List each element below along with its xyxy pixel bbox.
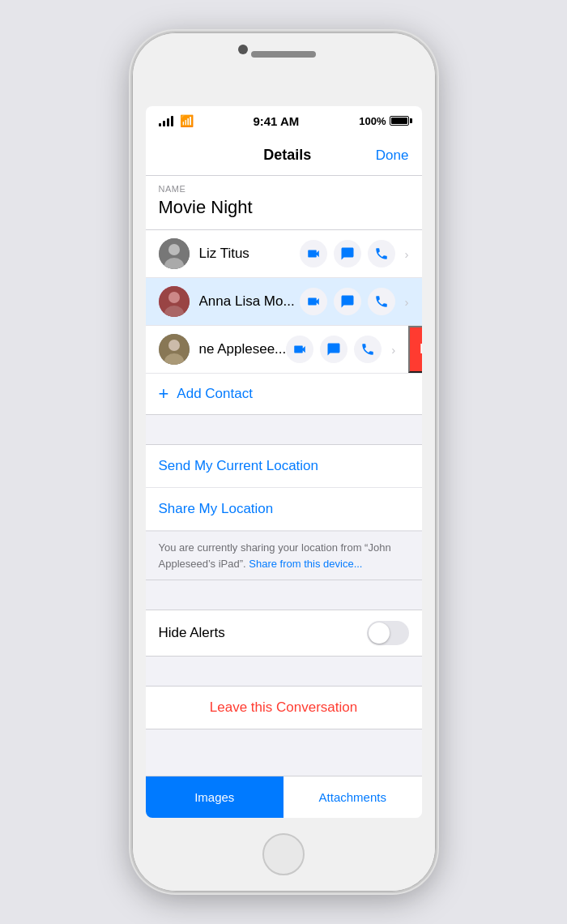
screen: 📶 9:41 AM 100% Details Done NAME Movie N… [146, 106, 422, 818]
video-icon [306, 294, 321, 309]
phone-frame: 📶 9:41 AM 100% Details Done NAME Movie N… [132, 32, 436, 892]
avatar-image-apple [159, 334, 190, 365]
avatar [159, 334, 190, 365]
message-button[interactable] [334, 240, 361, 267]
contact-actions: › [300, 288, 409, 315]
add-contact-row[interactable]: + Add Contact [146, 374, 422, 414]
bottom-tab-bar: Images Attachments [146, 776, 422, 818]
share-location-label: Share My Location [159, 501, 274, 516]
earpiece-speaker [251, 51, 316, 58]
bar2 [163, 121, 165, 126]
leave-label: Leave this Conversation [159, 699, 409, 716]
share-location-row[interactable]: Share My Location [146, 488, 422, 531]
hide-alerts-label: Hide Alerts [159, 625, 225, 641]
volume-up-button[interactable] [132, 220, 133, 268]
name-field-label: NAME [159, 184, 409, 194]
home-button[interactable] [262, 833, 305, 875]
message-icon [340, 294, 355, 309]
battery-icon [390, 116, 409, 126]
phone-icon [374, 294, 389, 309]
contact-name: Liz Titus [199, 246, 300, 262]
status-right: 100% [359, 115, 408, 127]
name-section: NAME Movie Night [146, 176, 422, 230]
group-name: Movie Night [159, 197, 409, 218]
section-divider [146, 415, 422, 444]
phone-icon [360, 342, 375, 357]
status-bar: 📶 9:41 AM 100% [146, 106, 422, 135]
contact-inner-row: ne Applesee... › [146, 326, 409, 373]
volume-down-button[interactable] [132, 280, 133, 329]
avatar [159, 286, 190, 317]
avatar-image-liz [159, 238, 190, 269]
wifi-icon: 📶 [180, 114, 194, 127]
contact-row[interactable]: Liz Titus › [146, 230, 422, 278]
section-divider-2 [146, 580, 422, 610]
contact-actions: › [300, 240, 409, 267]
send-location-row[interactable]: Send My Current Location [146, 445, 422, 488]
attachments-tab[interactable]: Attachments [284, 776, 422, 818]
add-plus-icon: + [159, 385, 169, 403]
call-button[interactable] [368, 288, 395, 315]
send-location-label: Send My Current Location [159, 458, 319, 473]
contact-row[interactable]: Anna Lisa Mo... › [146, 278, 422, 326]
chevron-icon: › [405, 295, 409, 309]
signal-bars [159, 115, 173, 126]
leave-row[interactable]: Leave this Conversation [146, 687, 422, 729]
done-button[interactable]: Done [376, 148, 409, 164]
chevron-icon: › [391, 343, 395, 357]
message-button[interactable] [334, 288, 361, 315]
nav-bar: Details Done [146, 135, 422, 176]
contacts-section: Liz Titus › [146, 230, 422, 415]
front-camera [238, 45, 248, 54]
bar3 [167, 118, 169, 126]
bar1 [159, 123, 161, 126]
message-icon [326, 342, 341, 357]
call-button[interactable] [368, 240, 395, 267]
facetime-button[interactable] [300, 288, 327, 315]
video-icon [306, 246, 321, 261]
toggle-knob [369, 622, 390, 644]
hide-alerts-section: Hide Alerts [146, 610, 422, 657]
battery-percent: 100% [359, 115, 386, 127]
svg-point-4 [168, 292, 180, 303]
contact-name: ne Applesee... [199, 341, 287, 357]
message-icon [340, 246, 355, 261]
leave-section: Leave this Conversation [146, 686, 422, 729]
remove-button[interactable]: Remove [408, 326, 421, 373]
chevron-icon: › [405, 247, 409, 261]
facetime-button[interactable] [286, 336, 313, 363]
power-button[interactable] [435, 228, 436, 293]
svg-point-7 [168, 340, 180, 351]
content-area: NAME Movie Night Liz Titus [146, 176, 422, 818]
message-button[interactable] [320, 336, 347, 363]
contact-actions: › [286, 336, 395, 363]
phone-icon [374, 246, 389, 261]
location-info: You are currently sharing your location … [146, 531, 422, 580]
phone-top [133, 33, 435, 106]
status-time: 9:41 AM [253, 114, 299, 128]
svg-point-1 [168, 244, 180, 255]
status-left: 📶 [159, 114, 194, 127]
hide-alerts-toggle[interactable] [367, 621, 409, 645]
avatar [159, 238, 190, 269]
images-tab[interactable]: Images [146, 776, 284, 818]
call-button[interactable] [354, 336, 382, 363]
hide-alerts-row: Hide Alerts [146, 610, 422, 656]
swiped-contact-row[interactable]: ne Applesee... › [146, 326, 422, 374]
phone-bottom [133, 818, 435, 891]
contact-name: Anna Lisa Mo... [199, 293, 300, 310]
location-section: Send My Current Location Share My Locati… [146, 444, 422, 580]
bar4 [171, 116, 173, 126]
share-from-device-link[interactable]: Share from this device... [249, 558, 362, 570]
nav-title: Details [263, 147, 311, 164]
avatar-image-anna [159, 286, 190, 317]
facetime-button[interactable] [300, 240, 327, 267]
video-icon [292, 342, 307, 357]
add-contact-label: Add Contact [177, 386, 253, 402]
battery-fill [391, 118, 407, 124]
